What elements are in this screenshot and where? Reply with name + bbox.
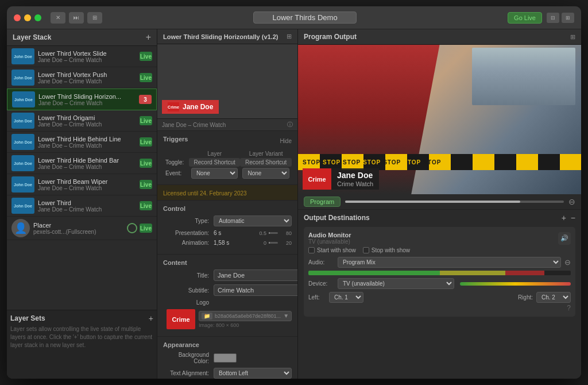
main-content: Layer Stack + John Doe Lower Third Vorte… [7,29,581,379]
left-channel-select[interactable]: Ch. 1 [329,292,363,303]
placer-ring-icon [127,223,137,233]
toggle-label: Toggle: [163,158,189,167]
minimize-button[interactable] [24,14,31,21]
layer-info: Lower Third Hide Behind Line Jane Doe – … [38,136,136,149]
audio-monitor-subtitle: TV (unavailable) [308,238,351,245]
license-text: Licensed until 24. February 2023 [163,190,247,197]
layer-thumbnail: John Doe [12,91,35,107]
event-variant-select[interactable]: None [240,167,292,180]
go-live-button[interactable]: Go Live [508,12,542,24]
stop-word: STOP [383,159,401,165]
subtitle-field-label: Subtitle: [163,287,209,294]
middle-panel-title: Lower Third Sliding Horizontally (v1.2) [163,33,278,40]
right-channel-select[interactable]: Ch. 2 [536,292,571,303]
layer-item[interactable]: John Doe Lower Third Vortex Slide Jane D… [7,46,157,67]
triggers-section: Triggers Hide Layer Layer Variant Toggle… [157,131,297,185]
layer-item[interactable]: John Doe Lower Third Jane Doe – Crime Wa… [7,195,157,217]
layer-thumbnail: John Doe [11,155,34,171]
placer-layer-item[interactable]: 👤 Placer pexels-cott...(Fullscreen) Live [7,217,157,240]
toggle-variant-shortcut[interactable]: Record Shortcut [240,158,292,167]
program-expand-icon[interactable]: ⊞ [570,33,575,41]
audio-speaker-icon[interactable]: 🔊 [558,232,571,245]
stop-with-show-checkbox[interactable]: Stop with show [363,247,410,253]
layer-sets-description: Layer sets allow controlling the live st… [10,325,153,349]
close-button[interactable] [14,14,21,21]
layer-item[interactable]: John Doe Lower Third Hide Behind Line Ja… [7,132,157,153]
layer-badge: Live [140,137,152,147]
program-output-title: Program Output [304,33,357,41]
animation-label: Animation: [163,240,209,246]
preview-sub-bar: Jane Doe – Crime Watch ⓘ [157,119,297,131]
layer-badge: Live [140,180,152,189]
title-input[interactable] [214,270,298,281]
layer-badge: Live [140,116,152,125]
help-button[interactable]: ? [308,304,571,312]
logo-file-picker[interactable]: 📁 b28a06a5a6eb67de28f801... ▼ [199,311,292,321]
animation-max: 20 [280,240,292,246]
layout-icon-1[interactable]: ⊟ [547,13,559,23]
start-with-show-checkbox[interactable]: Start with show [308,247,356,253]
close-icon[interactable]: ✕ [51,12,65,24]
layer-item-active[interactable]: John Doe Lower Third Sliding Horizon... … [7,88,157,110]
content-section: Content Title: Subtitle: Logo Crime [157,255,297,337]
output-remove-button[interactable]: − [571,213,575,222]
lower-third-name: Jane Doe [337,171,373,180]
logo-section: Logo Crime 📁 b28a06a5a6eb67de28f801... ▼… [163,299,292,329]
logo-row: Crime 📁 b28a06a5a6eb67de28f801... ▼ Imag… [163,309,292,329]
output-destinations-header: Output Destinations + − [304,213,575,222]
layer-thumbnail: John Doe [11,70,34,86]
layer-item[interactable]: John Doe Lower Third Vortex Push Jane Do… [7,67,157,88]
stop-word: STOP [323,159,341,165]
start-with-show-check[interactable] [308,247,315,253]
stop-with-show-check[interactable] [363,247,369,253]
program-slider[interactable] [345,201,564,203]
program-button[interactable]: Program [304,197,341,207]
grid-icon[interactable]: ⊞ [87,12,102,24]
audio-select[interactable]: Program Mix [338,257,561,268]
event-layer-dropdown[interactable]: None [191,168,238,179]
text-align-select[interactable]: Bottom Left [214,368,292,379]
animation-slider[interactable] [269,242,278,244]
expand-icon[interactable]: ⊞ [287,33,292,40]
toggle-layer-shortcut[interactable]: Record Shortcut [189,158,241,167]
event-layer-select[interactable]: None [189,167,241,180]
subtitle-input[interactable] [214,284,298,296]
appearance-title: Appearance [163,341,292,348]
audio-monitor-card: Audio Monitor TV (unavailable) 🔊 Start w… [304,227,575,317]
title-area [107,11,503,24]
presentation-slider[interactable] [269,232,278,234]
bg-color-swatch[interactable] [214,353,237,363]
add-layer-button[interactable]: + [146,33,151,42]
type-select[interactable]: Automatic [214,215,292,226]
device-label: Device: [308,280,334,287]
triggers-header: Triggers Hide [163,136,292,146]
layer-badge: Live [140,73,152,82]
event-variant-dropdown[interactable]: None [242,168,289,179]
triggers-hide-button[interactable]: Hide [280,138,292,144]
triggers-table: Layer Layer Variant Toggle: Record Short… [163,149,292,180]
window-title-input[interactable] [253,11,357,24]
layout-icon-2[interactable]: ⊞ [562,13,574,23]
logo-dropdown-icon[interactable]: ▼ [283,313,289,319]
animation-min: 0 [255,240,266,246]
device-select[interactable]: TV (unavailable) [338,278,454,289]
layer-item[interactable]: John Doe Lower Third Origami Jane Doe – … [7,110,157,132]
program-video: STOP STOP STOP STOP STOP STOP STOP Crime… [298,45,581,194]
control-section: Control Type: Automatic Presentation: 6 … [157,201,297,255]
fullscreen-button[interactable] [34,14,41,21]
layer-sub: Jane Doe – Crime Watch [38,185,136,191]
layer-item[interactable]: John Doe Lower Third Hide Behind Bar Jan… [7,153,157,174]
skip-icon[interactable]: ⏭ [69,12,84,24]
output-add-button[interactable]: + [562,213,566,222]
placer-controls: Live [127,223,152,233]
audio-monitor-title: Audio Monitor [308,232,351,238]
placer-live-badge: Live [140,224,152,233]
audio-minus-button[interactable]: ⊖ [564,258,571,267]
output-destinations: Output Destinations + − Audio Monitor TV… [298,210,581,379]
layer-name: Lower Third Sliding Horizon... [38,93,136,100]
program-volume-minus[interactable]: ⊖ [568,197,575,206]
program-controls: Program ⊖ [298,194,581,210]
layer-item[interactable]: John Doe Lower Third Beam Wiper Jane Doe… [7,174,157,195]
triggers-title: Triggers [163,136,188,143]
layer-sets-add-button[interactable]: + [149,314,153,323]
